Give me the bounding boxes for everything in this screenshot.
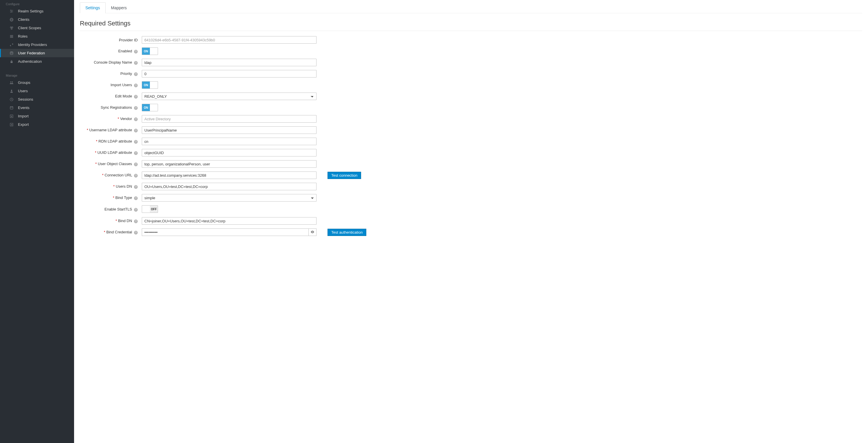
row-connection-url: * Connection URL ? Test connection (80, 171, 862, 179)
sidebar-item-sessions[interactable]: Sessions (0, 95, 74, 103)
help-icon[interactable]: ? (134, 61, 138, 65)
help-icon[interactable]: ? (134, 106, 138, 110)
sidebar-item-label: Import (18, 114, 29, 118)
svg-point-2 (11, 11, 11, 12)
row-console-display-name: Console Display Name ? (80, 59, 862, 66)
groups-icon (9, 81, 14, 85)
svg-rect-10 (10, 36, 13, 37)
globe-icon (9, 18, 14, 22)
sidebar-item-groups[interactable]: Groups (0, 78, 74, 87)
svg-point-7 (12, 27, 13, 28)
sidebar-item-realm-settings[interactable]: Realm Settings (0, 7, 74, 15)
help-icon[interactable]: ? (134, 84, 138, 87)
sidebar-configure-list: Realm Settings Clients Client Scopes Rol… (0, 7, 74, 66)
help-icon[interactable]: ? (134, 208, 138, 212)
help-icon[interactable]: ? (134, 162, 138, 166)
rdn-ldap-attr-input[interactable] (142, 138, 316, 145)
label-bind-dn: Bind DN (118, 219, 132, 223)
bind-credential-input[interactable] (142, 228, 308, 236)
sidebar-item-export[interactable]: Export (0, 120, 74, 129)
sidebar-item-users[interactable]: Users (0, 87, 74, 95)
test-authentication-button[interactable]: Test authentication (328, 229, 366, 236)
label-users-dn: Users DN (116, 184, 132, 189)
sidebar-item-events[interactable]: Events (0, 103, 74, 112)
sidebar-item-import[interactable]: Import (0, 112, 74, 120)
help-icon[interactable]: ? (134, 174, 138, 178)
console-display-name-input[interactable] (142, 59, 316, 66)
sidebar-item-user-federation[interactable]: User Federation (0, 49, 74, 57)
toggle-on-label: ON (142, 82, 150, 89)
svg-rect-18 (10, 106, 13, 109)
tab-settings[interactable]: Settings (80, 2, 105, 13)
username-ldap-attr-input[interactable] (142, 126, 316, 134)
user-object-classes-input[interactable] (142, 160, 316, 168)
sidebar-item-label: Realm Settings (18, 9, 43, 13)
sync-registrations-toggle[interactable]: ON (142, 104, 158, 111)
label-connection-url: Connection URL (104, 173, 132, 177)
sidebar-item-client-scopes[interactable]: Client Scopes (0, 24, 74, 32)
label-enabled: Enabled (118, 49, 132, 53)
row-bind-dn: * Bind DN ? (80, 217, 862, 225)
label-username-ldap-attr: Username LDAP attribute (89, 128, 132, 132)
svg-point-12 (10, 52, 13, 53)
reveal-password-button[interactable] (308, 228, 316, 236)
help-icon[interactable]: ? (134, 185, 138, 189)
enable-starttls-toggle[interactable]: OFF (142, 205, 158, 213)
toggle-on-label: ON (142, 104, 150, 111)
svg-point-8 (11, 28, 12, 29)
help-icon[interactable]: ? (134, 129, 138, 132)
toggle-off-label: OFF (150, 205, 158, 213)
tabs-bar: Settings Mappers (80, 2, 862, 13)
row-uuid-ldap-attr: * UUID LDAP attribute ? (80, 149, 862, 156)
sidebar-item-label: Clients (18, 18, 30, 22)
eye-icon (310, 230, 314, 235)
sidebar-item-clients[interactable]: Clients (0, 15, 74, 24)
uuid-ldap-attr-input[interactable] (142, 149, 316, 156)
connection-url-input[interactable] (142, 171, 316, 179)
label-enable-starttls: Enable StartTLS (104, 207, 132, 211)
label-console-display-name: Console Display Name (94, 60, 132, 64)
label-priority: Priority (120, 71, 132, 76)
sidebar-item-label: Events (18, 105, 30, 110)
export-icon (9, 123, 14, 127)
calendar-icon (9, 106, 14, 110)
toggle-on-label: ON (142, 48, 150, 55)
sidebar: Configure Realm Settings Clients Client … (0, 0, 74, 443)
users-dn-input[interactable] (142, 183, 316, 190)
sidebar-item-label: Identity Providers (18, 42, 47, 47)
row-users-dn: * Users DN ? (80, 183, 862, 190)
bind-dn-input[interactable] (142, 217, 316, 225)
svg-point-15 (12, 81, 13, 83)
sidebar-manage-list: Groups Users Sessions Events Import Expo… (0, 78, 74, 129)
svg-point-1 (11, 11, 12, 11)
help-icon[interactable]: ? (134, 219, 138, 223)
test-connection-button[interactable]: Test connection (328, 172, 361, 179)
sidebar-item-roles[interactable]: Roles (0, 32, 74, 40)
sliders-icon (9, 9, 14, 13)
help-icon[interactable]: ? (134, 151, 138, 155)
help-icon[interactable]: ? (134, 50, 138, 54)
sidebar-section-configure-title: Configure (0, 0, 74, 7)
label-bind-type: Bind Type (116, 195, 132, 200)
svg-rect-9 (10, 35, 13, 36)
edit-mode-select[interactable]: READ_ONLY (142, 93, 316, 100)
row-edit-mode: Edit Mode ? READ_ONLY (80, 93, 862, 100)
svg-point-0 (10, 9, 11, 10)
tab-mappers[interactable]: Mappers (105, 2, 132, 13)
help-icon[interactable]: ? (134, 231, 138, 234)
label-provider-id: Provider ID (119, 38, 138, 42)
label-bind-credential: Bind Credential (106, 230, 132, 234)
sidebar-item-identity-providers[interactable]: Identity Providers (0, 40, 74, 49)
help-icon[interactable]: ? (134, 72, 138, 76)
sidebar-item-label: Roles (18, 34, 28, 38)
priority-input[interactable] (142, 70, 316, 77)
help-icon[interactable]: ? (134, 117, 138, 121)
sidebar-item-authentication[interactable]: Authentication (0, 57, 74, 66)
enabled-toggle[interactable]: ON (142, 48, 158, 55)
import-users-toggle[interactable]: ON (142, 81, 158, 89)
bind-type-select[interactable]: simple (142, 194, 316, 201)
help-icon[interactable]: ? (134, 196, 138, 200)
help-icon[interactable]: ? (134, 140, 138, 144)
main-content: Settings Mappers Required Settings Provi… (74, 0, 868, 443)
help-icon[interactable]: ? (134, 95, 138, 99)
